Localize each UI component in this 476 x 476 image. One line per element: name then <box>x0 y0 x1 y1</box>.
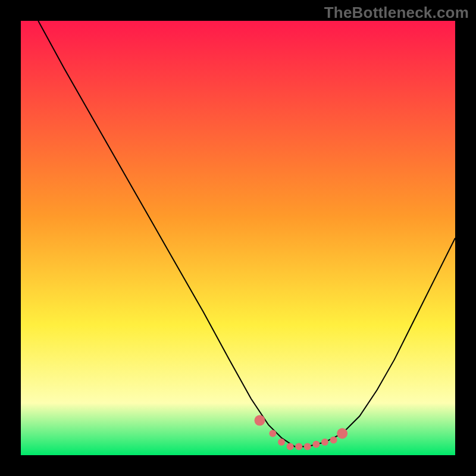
heatmap-background <box>21 21 455 455</box>
marker-dot <box>269 430 276 437</box>
marker-dot <box>321 439 328 446</box>
marker-dot <box>330 437 337 444</box>
marker-dot <box>278 439 285 446</box>
watermark-text: TheBottleneck.com <box>324 4 469 22</box>
chart-frame: TheBottleneck.com <box>0 0 476 476</box>
marker-dot <box>287 443 294 450</box>
marker-dot <box>312 441 320 448</box>
bottleneck-chart <box>21 21 455 455</box>
marker-dot <box>295 443 302 450</box>
marker-dot <box>255 415 265 426</box>
marker-dot <box>337 428 347 439</box>
marker-dot <box>304 443 311 450</box>
